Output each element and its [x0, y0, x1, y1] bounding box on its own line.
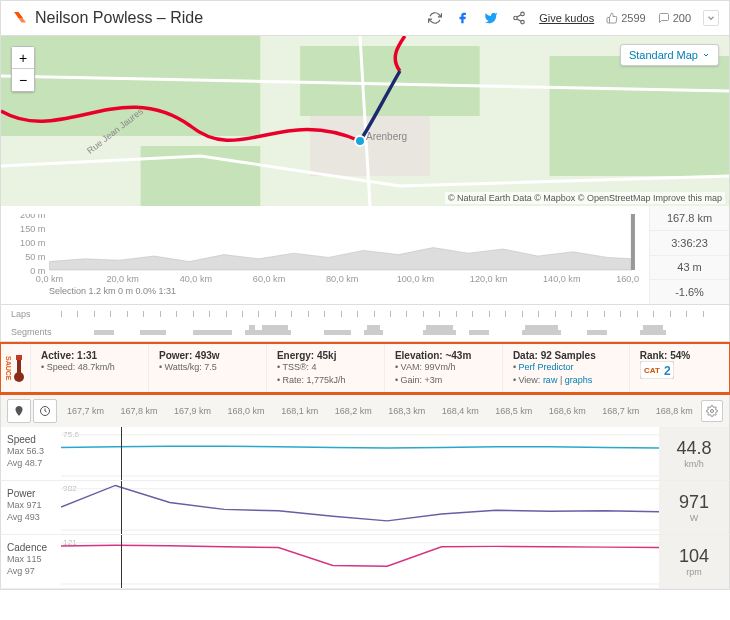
svg-text:120,0 km: 120,0 km	[470, 274, 507, 284]
svg-rect-26	[17, 359, 21, 375]
laps-strip: Laps	[0, 305, 730, 323]
segments-strip: Segments	[0, 323, 730, 342]
svg-rect-6	[549, 56, 729, 176]
svg-text:100 m: 100 m	[20, 238, 45, 248]
svg-text:40,0 km: 40,0 km	[180, 274, 212, 284]
svg-text:50 m: 50 m	[25, 252, 45, 262]
sauce-logo: SAUCE	[1, 344, 31, 392]
kudos-count[interactable]: 2599	[606, 12, 645, 24]
svg-text:160,0 km: 160,0 km	[616, 274, 639, 284]
svg-rect-15	[631, 214, 635, 270]
stat-distance: 167.8 km	[650, 206, 729, 231]
svg-point-32	[711, 410, 714, 413]
twitter-icon[interactable]	[483, 10, 499, 26]
refresh-icon[interactable]	[427, 10, 443, 26]
map-style-selector[interactable]: Standard Map	[620, 44, 719, 66]
settings-button[interactable]	[701, 400, 723, 422]
comments-count[interactable]: 200	[658, 12, 691, 24]
zoom-in-button[interactable]: +	[12, 47, 34, 69]
sauce-active: Active: 1:31 • Speed: 48.7km/h	[31, 344, 149, 392]
comment-icon	[658, 12, 670, 24]
analysis-row-speed: SpeedMax 56.3Avg 48.7 75.6 44.8km/h	[0, 427, 730, 481]
chevron-down-icon	[702, 51, 710, 59]
sauce-elevation: Elevation: ~43m • VAM: 99Vm/h • Gain: +3…	[385, 344, 503, 392]
sauce-power: Power: 493w • Watts/kg: 7.5	[149, 344, 267, 392]
analysis-value: 44.8km/h	[659, 427, 729, 480]
map-town-label: Arenberg	[366, 131, 407, 142]
analysis-chart[interactable]: 121	[61, 535, 659, 588]
svg-text:0,0 km: 0,0 km	[36, 274, 63, 284]
facebook-icon[interactable]	[455, 10, 471, 26]
svg-point-2	[521, 20, 525, 24]
sauce-rank: Rank: 54% CAT2	[630, 344, 729, 392]
share-icon[interactable]	[511, 10, 527, 26]
analysis-chart[interactable]: 982	[61, 481, 659, 534]
activity-title: Neilson Powless – Ride	[35, 9, 427, 27]
svg-point-9	[355, 136, 365, 146]
activity-header: Neilson Powless – Ride Give kudos 2599 2…	[0, 0, 730, 36]
header-actions: Give kudos 2599 200	[427, 10, 719, 26]
svg-text:CAT: CAT	[644, 366, 660, 375]
svg-text:20,0 km: 20,0 km	[106, 274, 138, 284]
svg-text:80,0 km: 80,0 km	[326, 274, 358, 284]
svg-text:100,0 km: 100,0 km	[397, 274, 434, 284]
analysis-toolbar: 167,7 km167,8 km167,9 km168,0 km168,1 km…	[0, 395, 730, 427]
analysis-row-power: PowerMax 971Avg 493 982 971W	[0, 481, 730, 535]
elevation-block: 200 m150 m100 m50 m0 m 0,0 km20,0 km40,0…	[0, 206, 730, 305]
analysis-row-cadence: CadenceMax 115Avg 97 121 104rpm	[0, 535, 730, 589]
stat-time: 3:36:23	[650, 231, 729, 256]
analysis-value: 971W	[659, 481, 729, 534]
svg-text:150 m: 150 m	[20, 224, 45, 234]
svg-text:2: 2	[664, 364, 671, 378]
strava-logo-icon	[11, 9, 29, 27]
svg-text:140,0 km: 140,0 km	[543, 274, 580, 284]
time-tool-button[interactable]	[33, 399, 57, 423]
map-attribution: © Natural Earth Data © Mapbox © OpenStre…	[445, 192, 725, 204]
analysis-value: 104rpm	[659, 535, 729, 588]
svg-text:200 m: 200 m	[20, 214, 45, 220]
thumbs-up-icon	[606, 12, 618, 24]
marker-tool-button[interactable]	[7, 399, 31, 423]
cursor-line	[121, 427, 122, 480]
analysis-x-ticks: 167,7 km167,8 km167,9 km168,0 km168,1 km…	[59, 406, 701, 416]
map-zoom-control: + −	[11, 46, 35, 92]
analysis-label: SpeedMax 56.3Avg 48.7	[1, 427, 61, 480]
analysis-label: PowerMax 971Avg 493	[1, 481, 61, 534]
give-kudos-link[interactable]: Give kudos	[539, 12, 594, 24]
elevation-chart[interactable]: 200 m150 m100 m50 m0 m 0,0 km20,0 km40,0…	[1, 206, 649, 304]
sauce-bar: SAUCE Active: 1:31 • Speed: 48.7km/h Pow…	[0, 342, 730, 395]
svg-point-1	[514, 16, 518, 20]
sauce-data: Data: 92 Samples • Perf Predictor • View…	[503, 344, 630, 392]
route-map[interactable]: + − Standard Map Arenberg Rue Jean Jaure…	[0, 36, 730, 206]
svg-text:60,0 km: 60,0 km	[253, 274, 285, 284]
svg-rect-27	[16, 355, 22, 360]
analysis-chart[interactable]: 75.6	[61, 427, 659, 480]
stat-grade: -1.6%	[650, 280, 729, 304]
svg-point-0	[521, 12, 525, 15]
svg-rect-5	[300, 46, 480, 116]
zoom-out-button[interactable]: −	[12, 69, 34, 91]
chevron-down-icon[interactable]	[703, 10, 719, 26]
selection-info: Selection 1.2 km 0 m 0.0% 1:31	[11, 284, 639, 300]
stat-elev: 43 m	[650, 256, 729, 281]
cat-badge-icon: CAT2	[640, 361, 674, 381]
analysis-label: CadenceMax 115Avg 97	[1, 535, 61, 588]
sauce-energy: Energy: 45kj • TSS®: 4 • Rate: 1,775kJ/h	[267, 344, 385, 392]
elevation-stats: 167.8 km 3:36:23 43 m -1.6%	[649, 206, 729, 304]
